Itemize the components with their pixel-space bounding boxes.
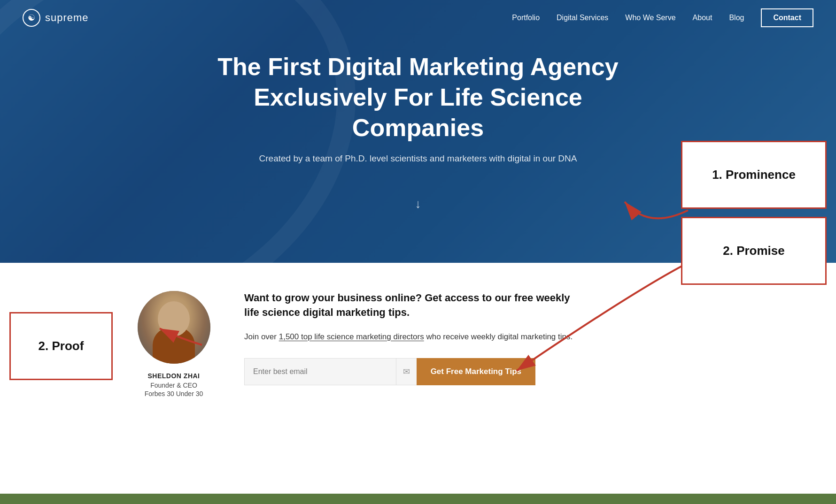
avatar	[138, 291, 210, 364]
content-block: Want to grow your business online? Get a…	[244, 286, 573, 385]
annotation-promise: 2. Promise	[681, 217, 827, 285]
footer-bar	[0, 494, 836, 504]
main-nav: Portfolio Digital Services Who We Serve …	[512, 8, 813, 27]
cta-button[interactable]: Get Free Marketing Tips	[417, 358, 535, 385]
scroll-arrow[interactable]: ↓	[415, 197, 421, 211]
nav-about[interactable]: About	[693, 14, 712, 22]
site-header: ☯ supreme Portfolio Digital Services Who…	[0, 0, 836, 36]
logo-icon: ☯	[23, 9, 40, 27]
person-title: Founder & CEO	[150, 382, 197, 389]
hero-content: The First Digital Marketing Agency Exclu…	[113, 52, 723, 211]
content-body: Join over 1,500 top life science marketi…	[244, 330, 573, 343]
avatar-image	[138, 291, 210, 364]
person-award: Forbes 30 Under 30	[145, 390, 203, 397]
nav-who-we-serve[interactable]: Who We Serve	[625, 14, 675, 22]
hero-title: The First Digital Marketing Agency Exclu…	[207, 52, 629, 143]
email-input[interactable]	[244, 358, 396, 385]
email-row: ✉ Get Free Marketing Tips	[244, 358, 535, 385]
body-before: Join over	[244, 332, 279, 341]
person-name: SHELDON ZHAI	[148, 372, 200, 380]
nav-blog[interactable]: Blog	[729, 14, 744, 22]
annotation-prominence: 1. Prominence	[681, 141, 827, 209]
annotation-proof: 2. Proof	[9, 312, 113, 380]
logo[interactable]: ☯ supreme	[23, 9, 89, 27]
body-highlight: 1,500 top life science marketing directo…	[279, 332, 424, 341]
content-headline: Want to grow your business online? Get a…	[244, 291, 573, 320]
contact-button[interactable]: Contact	[761, 8, 813, 27]
person-block: SHELDON ZHAI Founder & CEO Forbes 30 Und…	[132, 291, 216, 397]
hero-subtitle: Created by a team of Ph.D. level scienti…	[259, 153, 577, 164]
nav-portfolio[interactable]: Portfolio	[512, 14, 540, 22]
nav-digital-services[interactable]: Digital Services	[557, 14, 608, 22]
lower-section: SHELDON ZHAI Founder & CEO Forbes 30 Und…	[0, 263, 836, 469]
body-after: who receive weekly digital marketing tip…	[424, 332, 573, 341]
logo-text: supreme	[45, 12, 89, 24]
email-icon: ✉	[396, 358, 417, 385]
